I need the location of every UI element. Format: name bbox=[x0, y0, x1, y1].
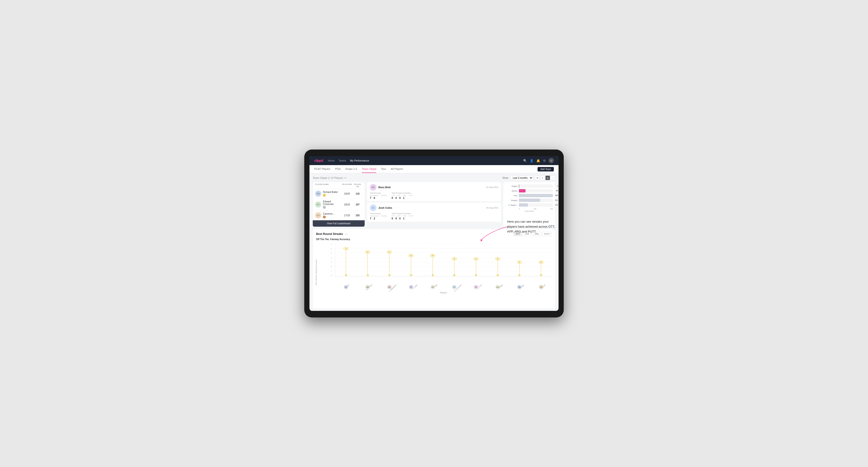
nav-home[interactable]: Home bbox=[328, 159, 335, 162]
show-control: Show Last 3 months ⊞ ≡ ▤ ↕ bbox=[502, 176, 555, 180]
avatar: EC bbox=[315, 201, 321, 208]
chart-bar: 4x bbox=[474, 257, 478, 276]
player-info: Edward Crossman 2 bbox=[323, 200, 341, 209]
avatar: RB bbox=[370, 184, 376, 191]
sub-nav-pgat[interactable]: PGAT Players bbox=[314, 165, 331, 173]
table-row: RB Richard Butler 1 19/20 110 bbox=[313, 189, 365, 198]
avatar: RB bbox=[315, 191, 321, 197]
streaks-arrow-icon: ← bbox=[345, 232, 348, 236]
chart-bar: 5x bbox=[408, 254, 413, 276]
card-stats: Total Rounds Tournament Practice 7 2 bbox=[370, 213, 498, 220]
nav-logo: clippd bbox=[314, 159, 323, 162]
y-tick-labels: 7 6 5 4 3 2 1 0 bbox=[331, 243, 332, 276]
rounds-stat: Total Rounds Tournament Practice 7 2 bbox=[370, 213, 387, 220]
nav-items: Home Teams My Performance bbox=[328, 159, 519, 162]
chart-bar: 7x bbox=[343, 247, 348, 276]
avatar: JC bbox=[370, 205, 376, 211]
annotation: Here you can see streaks your players ha… bbox=[507, 219, 559, 234]
table-header: PLAYER NAME PB SCORE PB AVG SQ bbox=[313, 182, 365, 189]
chart-bars-row: 7x 6x 6x bbox=[335, 243, 552, 276]
practice-stat: Total Practice Activities OTT APP ARG PU… bbox=[392, 192, 413, 199]
profile-icon[interactable]: 👤 bbox=[530, 159, 533, 162]
bar-dot bbox=[367, 274, 369, 276]
bar-birdies: Birdies 96 bbox=[506, 189, 553, 192]
chart-area: 7 6 5 4 3 2 1 0 bbox=[335, 243, 552, 276]
rank-badge: 3 bbox=[323, 216, 326, 218]
sub-nav-all-players[interactable]: All Players bbox=[391, 165, 403, 173]
add-team-button[interactable]: Add Team bbox=[537, 167, 554, 172]
list-view-button[interactable]: ≡ bbox=[540, 176, 545, 180]
sub-nav-hcaps[interactable]: Hcaps 1-5 bbox=[345, 165, 357, 173]
leaderboard-table: PLAYER NAME PB SCORE PB AVG SQ RB Richar… bbox=[313, 182, 365, 227]
edit-icon[interactable]: ✏ bbox=[344, 177, 346, 179]
player-info: Cameron... 3 bbox=[323, 213, 341, 218]
nav-bar: clippd Home Teams My Performance 🔍 👤 🔔 ⚙… bbox=[309, 156, 559, 165]
period-select[interactable]: Last 3 months bbox=[510, 176, 533, 180]
sub-nav-right: Add Team bbox=[537, 167, 554, 172]
sub-nav-pga[interactable]: PGA bbox=[335, 165, 341, 173]
view-full-leaderboard-button[interactable]: View Full Leaderboard bbox=[313, 220, 365, 227]
chart-bar: 4x bbox=[495, 257, 500, 276]
chart-x-title: Total Shots bbox=[506, 210, 553, 212]
bar-dot bbox=[475, 274, 477, 276]
nav-right: 🔍 👤 🔔 ⚙ U bbox=[523, 158, 554, 163]
streaks-title: Best Round Streaks bbox=[316, 232, 343, 236]
avatar: RB bbox=[431, 285, 435, 289]
avatar: MM bbox=[496, 285, 500, 289]
team-title: Team Clippd | 14 Players bbox=[313, 177, 343, 179]
streaks-subtitle: Off The Tee, Fairway Accuracy bbox=[316, 238, 552, 241]
rank-badge: 1 bbox=[323, 194, 326, 197]
card-stats: Total Rounds Tournament Practice 7 6 bbox=[370, 192, 498, 199]
bar-dot bbox=[410, 274, 412, 276]
bar-pars: Pars 499 bbox=[506, 194, 553, 197]
rank-badge: 2 bbox=[323, 206, 326, 209]
card-header: JC Josh Coles 26 Aug 2023 bbox=[370, 205, 498, 211]
avatar: RB bbox=[517, 285, 522, 289]
card-header: RB Rees Britt 02 Sep 2023 bbox=[370, 184, 498, 191]
chart-bar: 3x bbox=[517, 261, 522, 276]
x-axis-label: Players bbox=[335, 291, 552, 294]
sub-nav-tour[interactable]: Tour bbox=[381, 165, 386, 173]
player-avatars: EE BM DB JC RB EC DF MM RB CQ bbox=[335, 285, 552, 289]
avatar: EE bbox=[344, 285, 348, 289]
search-icon[interactable]: 🔍 bbox=[523, 159, 527, 162]
chart-bar: 6x bbox=[365, 250, 370, 276]
chart-bar: 3x bbox=[539, 261, 544, 276]
bell-icon[interactable]: 🔔 bbox=[536, 159, 540, 162]
content-header: Team Clippd | 14 Players ✏ Show Last 3 m… bbox=[313, 176, 555, 180]
player-info: Richard Butler 1 bbox=[323, 191, 341, 197]
bar-eagles: Eagles 3 bbox=[506, 184, 553, 188]
bar-dot bbox=[453, 274, 455, 276]
avatar[interactable]: U bbox=[549, 158, 554, 163]
chart-bar: 4x bbox=[452, 257, 457, 276]
middle-panel: RB Rees Britt 02 Sep 2023 Total Rounds T… bbox=[367, 182, 501, 227]
left-panel: PLAYER NAME PB SCORE PB AVG SQ RB Richar… bbox=[313, 182, 365, 227]
bar-dot bbox=[497, 274, 499, 276]
grid-view-button[interactable]: ⊞ bbox=[535, 176, 540, 180]
view-icons: ⊞ ≡ ▤ ↕ bbox=[535, 176, 555, 180]
table-view-button[interactable]: ▤ bbox=[545, 176, 550, 180]
player-card-josh-coles: JC Josh Coles 26 Aug 2023 Total Rounds T… bbox=[367, 203, 501, 222]
chart-bar: 5x bbox=[430, 254, 435, 276]
streaks-section: Best Round Streaks ← OTT APP ARG PUTT Of… bbox=[313, 229, 555, 309]
settings-icon[interactable]: ⚙ bbox=[543, 159, 546, 162]
bar-dot bbox=[389, 274, 390, 276]
table-row: CA Cameron... 3 17/20 103 bbox=[313, 211, 365, 220]
rounds-stat: Total Rounds Tournament Practice 7 6 bbox=[370, 192, 387, 199]
nav-my-performance[interactable]: My Performance bbox=[350, 159, 369, 162]
chart-view-button[interactable]: ↕ bbox=[551, 176, 555, 180]
avatar: DB bbox=[387, 285, 392, 289]
table-row: EC Edward Crossman 2 18/20 107 bbox=[313, 198, 365, 211]
chart-x-axis: 0 200 400 bbox=[506, 208, 553, 210]
avatar: CA bbox=[315, 212, 321, 218]
sub-nav-team-clippd[interactable]: Team Clippd bbox=[362, 165, 376, 173]
avatar: EC bbox=[452, 285, 456, 289]
practice-stat: Total Practice Activities OTT APP ARG PU… bbox=[392, 213, 413, 220]
avatar: JC bbox=[409, 285, 413, 289]
bar-dbogeys: D. Bogeys + 131 bbox=[506, 203, 553, 207]
sub-nav: PGAT Players PGA Hcaps 1-5 Team Clippd T… bbox=[309, 165, 559, 173]
bar-dot bbox=[345, 274, 347, 276]
annotation-arrow bbox=[479, 224, 509, 243]
nav-teams[interactable]: Teams bbox=[339, 159, 346, 162]
chart-bar: 6x bbox=[387, 250, 392, 276]
